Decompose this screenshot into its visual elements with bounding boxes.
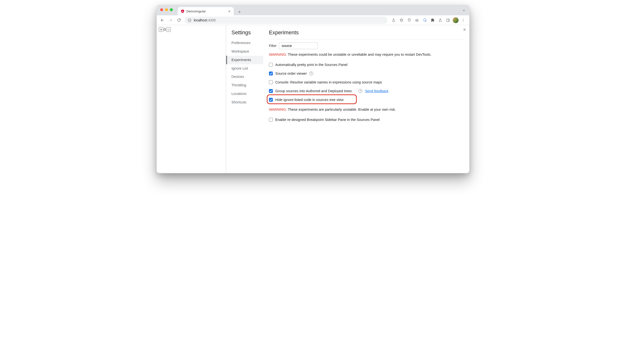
forward-button[interactable] xyxy=(167,17,174,24)
tab-title: DemoAngular xyxy=(187,9,225,13)
exp-hide-ignore-listed[interactable]: Hide ignore-listed code in sources tree … xyxy=(269,95,464,104)
exp-label: Console: Resolve variable names in expre… xyxy=(275,80,382,84)
svg-point-11 xyxy=(463,19,464,19)
highlighted-experiment: Hide ignore-listed code in sources tree … xyxy=(269,95,464,104)
checkbox-checked-icon[interactable] xyxy=(269,72,273,75)
toolbar-actions xyxy=(390,17,467,24)
exp-label: Source order viewer xyxy=(275,72,307,75)
warning-1: WARNING: These experiments could be unst… xyxy=(269,53,464,56)
address-bar[interactable]: localhost:4200 xyxy=(185,17,388,24)
share-icon[interactable] xyxy=(390,17,397,24)
exp-console-resolve-names[interactable]: Console: Resolve variable names in expre… xyxy=(269,78,464,87)
browser-toolbar: localhost:4200 xyxy=(157,15,469,25)
extension-bubble-icon[interactable] xyxy=(421,17,428,24)
filter-input[interactable] xyxy=(279,42,318,49)
increment-button[interactable]: + xyxy=(159,27,163,32)
counter-value: 0 xyxy=(163,28,166,31)
experiments-list: Automatically pretty print in the Source… xyxy=(269,60,464,104)
exp-source-order-viewer[interactable]: Source order viewer ? xyxy=(269,69,464,78)
svg-rect-9 xyxy=(447,19,450,21)
window-controls xyxy=(160,8,173,11)
settings-title: Settings xyxy=(232,30,263,36)
experiments-panel: Experiments Filter WARNING: These experi… xyxy=(263,25,469,173)
labs-flask-icon[interactable] xyxy=(437,17,444,24)
filter-row: Filter xyxy=(269,42,464,49)
devtools-settings-panel: Settings Preferences Workspace Experimen… xyxy=(226,25,469,173)
window-close-button[interactable] xyxy=(160,8,163,11)
warning-2: WARNING: These experiments are particula… xyxy=(269,108,464,111)
new-tab-button[interactable] xyxy=(236,8,243,15)
divider xyxy=(269,39,464,39)
nav-devices[interactable]: Devices xyxy=(226,73,263,81)
svg-point-4 xyxy=(409,19,410,20)
nav-throttling[interactable]: Throttling xyxy=(226,81,263,90)
nav-preferences[interactable]: Preferences xyxy=(226,39,263,47)
bookmark-star-icon[interactable] xyxy=(398,17,405,24)
profile-avatar[interactable] xyxy=(453,17,459,23)
help-icon[interactable]: ? xyxy=(358,89,362,93)
checkbox-checked-icon[interactable] xyxy=(269,98,273,102)
svg-point-8 xyxy=(425,21,426,22)
experiments-title: Experiments xyxy=(269,30,464,36)
checkbox-unchecked-icon[interactable] xyxy=(269,118,273,122)
side-panel-icon[interactable] xyxy=(444,17,452,24)
help-icon[interactable]: ? xyxy=(309,72,313,75)
content-area: + 0 - Settings Preferences Workspace Exp… xyxy=(157,25,469,173)
svg-point-13 xyxy=(463,21,464,21)
tab-close-button[interactable] xyxy=(227,9,231,13)
send-feedback-link[interactable]: Send feedback xyxy=(365,89,389,93)
svg-point-2 xyxy=(189,19,190,19)
site-info-icon[interactable] xyxy=(187,18,192,22)
reload-button[interactable] xyxy=(175,17,183,24)
web-page: + 0 - xyxy=(157,25,226,173)
extension-skull-icon[interactable] xyxy=(405,17,413,24)
checkbox-unchecked-icon[interactable] xyxy=(269,63,273,67)
nav-shortcuts[interactable]: Shortcuts xyxy=(226,98,263,107)
nav-workspace[interactable]: Workspace xyxy=(226,47,263,56)
kebab-menu-icon[interactable] xyxy=(460,17,467,24)
decrement-button[interactable]: - xyxy=(166,27,171,32)
url-text: localhost:4200 xyxy=(194,18,216,22)
checkbox-checked-icon[interactable] xyxy=(269,89,273,93)
svg-point-12 xyxy=(463,20,464,20)
extensions-puzzle-icon[interactable] xyxy=(429,17,436,24)
angular-favicon-icon xyxy=(181,9,185,13)
svg-point-3 xyxy=(408,19,409,20)
svg-point-6 xyxy=(417,20,418,21)
settings-nav: Preferences Workspace Experiments Ignore… xyxy=(226,39,263,107)
exp-label: Automatically pretty print in the Source… xyxy=(275,63,348,67)
nav-locations[interactable]: Locations xyxy=(226,90,263,98)
browser-tab[interactable]: DemoAngular xyxy=(178,7,234,15)
exp-group-sources-trees[interactable]: Group sources into Authored and Deployed… xyxy=(269,87,464,95)
browser-window: DemoAngular xyxy=(156,5,470,173)
window-zoom-button[interactable] xyxy=(170,8,173,11)
exp-label: Group sources into Authored and Deployed… xyxy=(275,89,352,93)
settings-sidebar: Settings Preferences Workspace Experimen… xyxy=(226,25,263,173)
counter-widget: + 0 - xyxy=(159,27,224,32)
extension-incognito-icon[interactable] xyxy=(413,17,421,24)
tab-strip: DemoAngular xyxy=(157,5,469,15)
nav-ignore-list[interactable]: Ignore List xyxy=(226,64,263,73)
exp-label: Hide ignore-listed code in sources tree … xyxy=(275,98,343,102)
tab-list-dropdown[interactable] xyxy=(461,7,467,13)
svg-point-5 xyxy=(416,20,417,21)
exp-breakpoint-sidebar[interactable]: Enable re-designed Breakpoint Sidebar Pa… xyxy=(269,115,464,124)
back-button[interactable] xyxy=(159,17,166,24)
nav-experiments[interactable]: Experiments xyxy=(226,56,263,64)
filter-label: Filter xyxy=(269,44,276,48)
settings-close-button[interactable] xyxy=(462,27,467,32)
exp-pretty-print[interactable]: Automatically pretty print in the Source… xyxy=(269,60,464,69)
window-minimize-button[interactable] xyxy=(165,8,168,11)
exp-label: Enable re-designed Breakpoint Sidebar Pa… xyxy=(275,118,380,122)
checkbox-unchecked-icon[interactable] xyxy=(269,80,273,84)
